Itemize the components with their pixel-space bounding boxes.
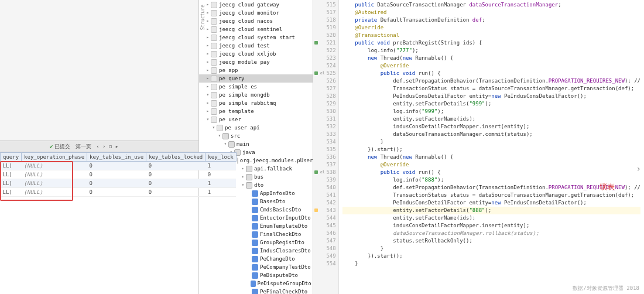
expand-icon[interactable]: ▸ [205,66,211,74]
tree-node[interactable]: PeFinalCheckDto [199,288,313,294]
code-line[interactable]: }).start(); [342,252,640,260]
code-line[interactable]: private DefaultTransactionDefinition def… [342,16,640,24]
code-line[interactable]: entity.setFactorDetails("888"); [342,207,640,214]
tree-node[interactable]: PeDisputeDto [199,271,313,279]
tree-node[interactable]: ▾main [199,140,313,148]
tree-node[interactable]: ▸jeecg cloud sentinel [199,25,313,33]
table-cell[interactable]: (NULL) [22,179,87,188]
table-cell[interactable]: 1 [205,179,236,188]
column-header[interactable]: key_tables_locked [146,153,205,162]
expand-icon[interactable]: ▾ [205,91,211,99]
tree-node[interactable]: PeCompanyTestDto [199,263,313,271]
tree-node[interactable]: ▸pe template [199,107,313,115]
code-line[interactable]: log.info("777"); [342,47,640,54]
code-line[interactable]: }).start(); [342,146,640,153]
tree-node[interactable]: ▸jeecg cloud test [199,42,313,50]
editor-content[interactable]: public DataSourceTransactionManager data… [339,0,644,294]
tree-node[interactable]: ▸pe query [199,74,313,83]
code-line[interactable]: status.setRollbackOnly(); [342,237,640,245]
table-cell[interactable]: 0 [146,170,205,179]
code-line[interactable]: indusConsDetailFactorMapper.insert(entit… [342,222,640,230]
tree-node[interactable]: FinalCheckDto [199,230,313,238]
tree-node[interactable]: ▸jeecg cloud system start [199,33,313,42]
code-line[interactable]: new Thread(new Runnable() { [342,54,640,62]
tree-node[interactable]: PeChangeDto [199,255,313,263]
expand-icon[interactable]: ▸ [240,173,246,181]
code-line[interactable]: log.info("999"); [342,108,640,115]
tree-node[interactable]: ▾pe simple mongdb [199,91,313,99]
code-line[interactable]: } [342,138,640,146]
tree-node[interactable]: EnumTemplateDto [199,222,313,230]
table-row[interactable]: LL)(NULL)001 [1,162,237,170]
code-line[interactable]: new Thread(new Runnable() { [342,153,640,161]
code-line[interactable]: @Override [342,24,640,32]
code-line[interactable]: TransactionStatus status = dataSourceTra… [342,192,640,199]
expand-icon[interactable]: ▸ [205,83,211,91]
chevron-right-icon[interactable]: › [636,164,641,173]
code-line[interactable]: dataSourceTransactionManager.rollback(st… [342,230,640,237]
db-result-grid[interactable]: querykey_operation_phasekey_tables_in_us… [0,152,198,294]
code-line[interactable]: entity.setFactorName(ids); [342,115,640,123]
code-line[interactable]: def.setPropagationBehavior(TransactionDe… [342,184,640,192]
expand-icon[interactable]: ▸ [205,1,211,9]
tree-node[interactable]: ▸jeecg cloud xxljob [199,50,313,58]
code-line[interactable]: public DataSourceTransactionManager data… [342,1,640,9]
column-header[interactable]: key_tables_in_use [87,153,146,162]
tree-node[interactable]: ▾pe user api [199,124,313,132]
table-cell[interactable]: (NULL) [22,188,87,197]
db-toolbar[interactable]: ✔已提交 第一页 ‹ › ◻ ▸ [50,143,118,151]
expand-icon[interactable]: ▸ [205,42,211,50]
tree-node[interactable]: GroupRegistDto [199,238,313,247]
column-header[interactable]: key_operation_phase [22,153,87,162]
table-row[interactable]: LL)(NULL)001 [1,179,237,188]
expand-icon[interactable]: ▾ [211,124,217,132]
expand-icon[interactable]: ▸ [205,25,211,33]
table-cell[interactable]: 0 [87,170,146,179]
expand-icon[interactable]: ▾ [222,140,228,148]
expand-icon[interactable]: ▾ [205,115,211,124]
tree-node[interactable]: ▸pe app [199,66,313,74]
code-line[interactable]: indusConsDetailFactorMapper.insert(entit… [342,123,640,131]
code-line[interactable]: } [342,245,640,252]
expand-icon[interactable]: ▾ [240,181,246,189]
expand-icon[interactable]: ▸ [205,107,211,115]
tree-node[interactable]: ▸jeecg module pay [199,58,313,66]
tree-node[interactable]: ▸pe simple es [199,83,313,91]
expand-icon[interactable]: ▸ [205,33,211,42]
table-cell[interactable]: LL) [1,170,22,179]
table-cell[interactable]: 1 [205,162,236,170]
expand-icon[interactable]: ▸ [205,17,211,25]
table-cell[interactable]: LL) [1,188,22,197]
tree-node[interactable]: ▾pe user [199,115,313,124]
expand-icon[interactable]: ▸ [205,58,211,66]
expand-icon[interactable]: ▸ [205,50,211,58]
code-line[interactable]: PeIndusConsDetailFactor entity=new PeInd… [342,199,640,207]
expand-icon[interactable]: ▸ [205,99,211,107]
table-cell[interactable]: 0 [146,162,205,170]
code-line[interactable]: log.info("888"); [342,176,640,184]
expand-icon[interactable]: ▸ [205,9,211,17]
expand-icon[interactable]: ▾ [217,132,222,140]
tree-node[interactable]: PeDisputeGroupDto [199,279,313,288]
table-row[interactable]: LL)(NULL)001 [1,188,237,197]
table-cell[interactable]: (NULL) [22,162,87,170]
code-line[interactable]: def.setPropagationBehavior(TransactionDe… [342,77,640,85]
code-line[interactable]: @Override [342,62,640,70]
table-cell[interactable]: LL) [1,179,22,188]
code-line[interactable]: entity.setFactorName(ids); [342,214,640,222]
code-line[interactable]: TransactionStatus status = dataSourceTra… [342,85,640,93]
code-line[interactable]: PeIndusConsDetailFactor entity=new PeInd… [342,93,640,100]
table-row[interactable]: LL)(NULL)000 [1,170,237,179]
table-cell[interactable]: 0 [205,170,236,179]
code-line[interactable]: } [342,260,640,268]
table-cell[interactable]: 0 [87,162,146,170]
expand-icon[interactable]: ▸ [240,165,246,173]
project-tree[interactable]: ▸jeecg cloud gateway▸jeecg cloud monitor… [199,0,313,294]
table-cell[interactable]: 0 [146,179,205,188]
expand-icon[interactable]: ▸ [205,74,211,83]
structure-tab[interactable]: Structure [200,5,205,30]
code-editor[interactable]: 515517518519520521522523524525el52652752… [313,0,644,294]
column-header[interactable]: query [1,153,22,162]
table-cell[interactable]: 0 [87,179,146,188]
table-cell[interactable]: LL) [1,162,22,170]
